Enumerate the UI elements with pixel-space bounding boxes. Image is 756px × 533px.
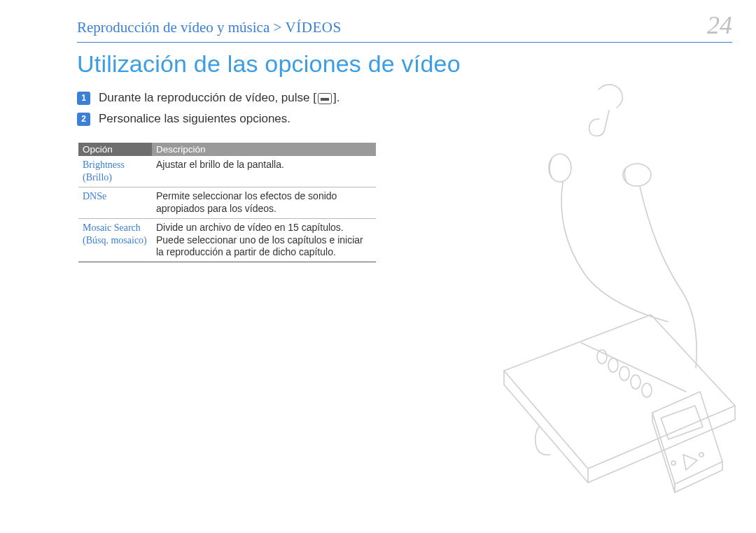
step-text-after: ]. <box>333 91 340 104</box>
svg-point-5 <box>631 375 640 389</box>
breadcrumb: Reproducción de vídeo y música > VÍDEOS <box>77 19 342 36</box>
svg-point-2 <box>597 350 607 364</box>
page-header: Reproducción de vídeo y música > VÍDEOS … <box>77 17 732 43</box>
option-description: Ajustar el brillo de la pantalla. <box>152 156 376 187</box>
breadcrumb-main: Reproducción de vídeo y música <box>77 19 270 36</box>
page-title: Utilización de las opciones de vídeo <box>77 50 461 78</box>
table-header-row: Opción Descripción <box>78 143 376 156</box>
table-row: Brightness (Brillo) Ajustar el brillo de… <box>78 156 376 187</box>
svg-point-1 <box>623 164 651 186</box>
step-text: Personalice las siguientes opciones. <box>99 112 290 126</box>
svg-rect-7 <box>661 406 703 439</box>
option-description: Permite seleccionar los efectos de sonid… <box>152 187 376 218</box>
svg-point-10 <box>699 453 704 457</box>
table-header-description: Descripción <box>152 143 376 156</box>
step-number-badge: 1 <box>77 92 90 105</box>
step-number-badge: 2 <box>77 113 90 126</box>
svg-point-3 <box>608 358 618 372</box>
decorative-illustration <box>476 77 742 525</box>
table-row: Mosaic Search (Búsq. mosaico) Divide un … <box>78 218 376 262</box>
option-name: DNSe <box>78 187 152 218</box>
svg-point-6 <box>642 383 652 397</box>
option-name: Mosaic Search (Búsq. mosaico) <box>78 218 152 262</box>
svg-point-0 <box>549 154 571 182</box>
option-description: Divide un archivo de vídeo en 15 capítul… <box>152 218 376 262</box>
table-row: DNSe Permite seleccionar los efectos de … <box>78 187 376 218</box>
steps-list: 1 Durante la reproducción de vídeo, puls… <box>77 91 385 133</box>
svg-marker-8 <box>683 455 697 470</box>
breadcrumb-sub: VÍDEOS <box>286 19 342 36</box>
svg-point-9 <box>671 461 676 465</box>
step-text-before: Durante la reproducción de vídeo, pulse … <box>99 91 316 104</box>
svg-point-4 <box>620 367 629 381</box>
step-item: 1 Durante la reproducción de vídeo, puls… <box>77 91 385 105</box>
step-item: 2 Personalice las siguientes opciones. <box>77 112 385 126</box>
option-name: Brightness (Brillo) <box>78 156 152 187</box>
table-header-option: Opción <box>78 143 152 156</box>
menu-icon <box>318 93 332 104</box>
step-text: Durante la reproducción de vídeo, pulse … <box>99 91 340 105</box>
options-table: Opción Descripción Brightness (Brillo) A… <box>78 143 376 262</box>
step-text-before: Personalice las siguientes opciones. <box>99 112 290 125</box>
breadcrumb-sep: > <box>270 19 285 36</box>
page-number: 24 <box>707 13 732 38</box>
